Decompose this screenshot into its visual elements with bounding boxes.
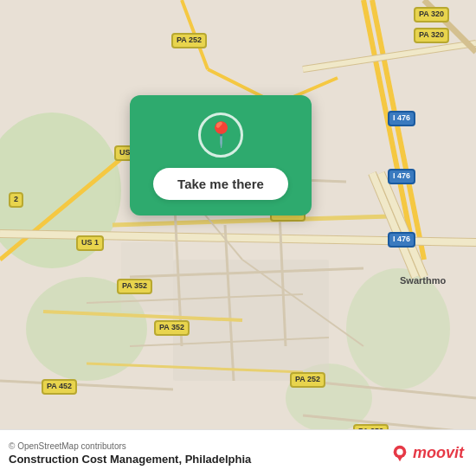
take-me-there-button[interactable]: Take me there: [153, 168, 288, 200]
svg-point-38: [396, 448, 402, 454]
map-attribution: © OpenStreetMap contributors: [9, 441, 251, 451]
place-name: Construction Cost Management, Philadelph…: [9, 453, 251, 466]
map-container: PA 320PA 320PA 252USUS 1I 476I 476I 476P…: [0, 0, 476, 476]
svg-rect-5: [173, 260, 329, 381]
road-badge: PA 320: [414, 7, 449, 23]
road-badge: I 476: [388, 232, 415, 248]
road-badge: US 1: [76, 235, 104, 251]
bottom-left-section: © OpenStreetMap contributors Constructio…: [9, 441, 251, 466]
city-label: Swarthmo: [400, 275, 446, 286]
road-badge: PA 452: [42, 379, 77, 395]
road-badge: I 476: [388, 169, 415, 184]
action-card: 📍 Take me there: [130, 95, 312, 215]
svg-point-3: [346, 268, 450, 389]
road-badge: PA 252: [171, 33, 207, 48]
moovit-logo: moovit: [390, 444, 464, 463]
road-badge: PA 320: [414, 28, 449, 43]
road-badge: PA 252: [290, 372, 325, 388]
location-pin-icon: 📍: [206, 123, 236, 147]
moovit-pin-icon: [390, 444, 409, 463]
road-badge: 2: [9, 192, 23, 208]
svg-marker-39: [396, 455, 402, 460]
moovit-brand-text: moovit: [413, 444, 464, 462]
road-badge: PA 352: [154, 320, 190, 336]
bottom-bar: © OpenStreetMap contributors Constructio…: [0, 429, 476, 476]
road-badge: I 476: [388, 111, 415, 126]
location-icon-circle: 📍: [198, 113, 243, 158]
road-badge: PA 352: [117, 279, 152, 294]
